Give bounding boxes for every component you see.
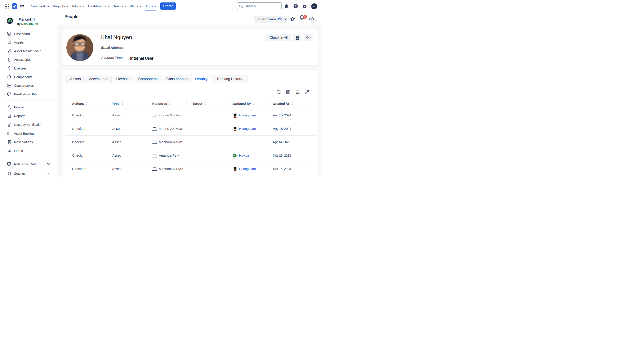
svg-text:?: ? bbox=[295, 4, 296, 8]
